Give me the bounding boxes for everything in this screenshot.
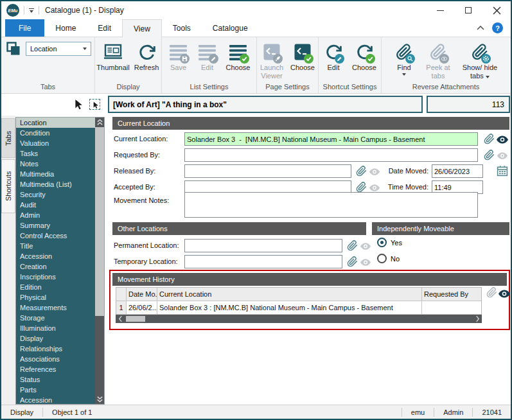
- chevron-down-icon: [83, 48, 87, 50]
- attach-button[interactable]: [486, 286, 497, 298]
- sidebar-tab-item[interactable]: Multimedia (List): [16, 179, 95, 189]
- select-tool-button[interactable]: [89, 99, 100, 110]
- column-header-current-location[interactable]: Current Location: [157, 288, 422, 301]
- sidebar-tab-item[interactable]: Physical: [16, 292, 95, 302]
- column-header-rownum[interactable]: [116, 288, 127, 301]
- attach-button[interactable]: [346, 256, 358, 267]
- sidebar-tab-item[interactable]: Audit: [16, 200, 95, 210]
- sidebar-tab-item-label: Edition: [20, 283, 42, 291]
- attach-button[interactable]: [483, 149, 495, 161]
- sidebar-tab-item[interactable]: Associations: [16, 354, 95, 364]
- scroll-down-button[interactable]: [95, 394, 104, 404]
- movement-notes-field[interactable]: [184, 192, 478, 218]
- released-by-field[interactable]: [184, 164, 351, 178]
- menu-tab-home[interactable]: Home: [44, 19, 87, 37]
- view-attachment-button[interactable]: [360, 256, 371, 268]
- shortcut-edit-button[interactable]: Edit: [319, 40, 348, 72]
- body: Tabs Shortcuts LocationConditionValuatio…: [1, 116, 511, 405]
- sidebar-tab-item[interactable]: Notes: [16, 159, 95, 169]
- scroll-up-button[interactable]: [95, 118, 104, 127]
- sidebar-tab-item[interactable]: Summary: [16, 220, 95, 231]
- sidebar-tab-item[interactable]: Valuation: [16, 138, 95, 148]
- sidebar-tab-item[interactable]: References: [16, 364, 95, 374]
- requested-by-field[interactable]: [184, 148, 478, 162]
- sidebar-tab-item[interactable]: Title: [16, 241, 95, 251]
- collapse-ribbon-button[interactable]: [477, 26, 484, 30]
- menu-tab-view[interactable]: View: [122, 19, 162, 37]
- sidebar-tab-item[interactable]: Illumination: [16, 323, 95, 333]
- sidebar-tab-item[interactable]: Status: [16, 374, 95, 385]
- sidebar-tab-item[interactable]: Tasks: [16, 148, 95, 159]
- tab-list-scrollbar[interactable]: [95, 118, 104, 404]
- view-attachment-button[interactable]: [497, 134, 508, 145]
- page-choose-button[interactable]: Choose: [287, 40, 318, 80]
- sidebar-tab-item[interactable]: Accession: [16, 251, 95, 261]
- radio-no[interactable]: [377, 254, 387, 263]
- date-moved-field[interactable]: [432, 164, 483, 178]
- hscrollbar-thumb[interactable]: [126, 316, 145, 322]
- sidebar-tab-item[interactable]: Condition: [16, 128, 95, 138]
- scrollbar-track[interactable]: [95, 316, 104, 394]
- column-header-date-moved[interactable]: Date Mo...: [127, 288, 157, 301]
- sidebar-tab-item[interactable]: Edition: [16, 282, 95, 292]
- sidebar-tab-item[interactable]: Measurements: [16, 302, 95, 313]
- movement-history-row[interactable]: 1 26/06/2... Solander Box 3 : [NM.MC.B] …: [116, 301, 481, 315]
- sidebar-tab-item[interactable]: Parts: [16, 385, 95, 395]
- shortcut-choose-button[interactable]: Choose: [348, 40, 380, 72]
- sidebar-tab-item[interactable]: Storage: [16, 313, 95, 323]
- tab-select-dropdown[interactable]: Location: [26, 42, 91, 56]
- movement-history-hscrollbar[interactable]: [116, 315, 482, 323]
- cursor-arrow-icon: [74, 99, 84, 110]
- side-tab-shortcuts[interactable]: Shortcuts: [1, 159, 15, 213]
- hscroll-right-button[interactable]: [473, 315, 482, 323]
- help-button[interactable]: ?: [492, 22, 503, 33]
- menu-tab-tools[interactable]: Tools: [162, 19, 202, 37]
- view-attachment-button[interactable]: [497, 150, 508, 161]
- column-header-requested-by[interactable]: Requested By: [422, 288, 481, 301]
- view-attachment-button[interactable]: [360, 240, 371, 252]
- pointer-tool-button[interactable]: [73, 99, 85, 110]
- current-location-field[interactable]: [184, 132, 478, 146]
- independently-moveable-no-option[interactable]: No: [377, 254, 400, 263]
- close-button[interactable]: [482, 1, 511, 19]
- view-attachment-button[interactable]: [499, 288, 510, 299]
- sidebar-tab-item[interactable]: Display: [16, 333, 95, 344]
- list-edit-button[interactable]: Edit: [193, 40, 222, 72]
- side-tab-tabs[interactable]: Tabs: [1, 118, 15, 158]
- record-header-row: [Work of Art] "A thing in a box" 113: [1, 94, 511, 116]
- permanent-location-field[interactable]: [184, 239, 342, 252]
- launch-viewer-button[interactable]: Launch Viewer: [257, 40, 287, 80]
- sidebar-tab-item[interactable]: Admin: [16, 210, 95, 220]
- menu-tab-edit[interactable]: Edit: [87, 19, 122, 37]
- radio-yes[interactable]: [377, 238, 387, 247]
- attach-button[interactable]: [483, 133, 495, 144]
- temporary-location-field[interactable]: [184, 255, 342, 268]
- sidebar-tab-item[interactable]: Control Access: [16, 231, 95, 241]
- sidebar-tab-item[interactable]: Location: [16, 118, 95, 128]
- sidebar-tab-item-label: Location: [20, 119, 47, 127]
- list-choose-button[interactable]: Choose: [222, 40, 254, 72]
- peek-at-tabs-button[interactable]: Peek at tabs: [419, 40, 457, 80]
- sidebar-tab-item[interactable]: Multimedia: [16, 169, 95, 179]
- sidebar-tab-item[interactable]: Inscriptions: [16, 272, 95, 282]
- sidebar-tab-item[interactable]: Relationships: [16, 344, 95, 354]
- thumbnail-button[interactable]: Thumbnail: [95, 40, 131, 72]
- minimize-button[interactable]: [426, 1, 454, 19]
- list-save-button[interactable]: Save: [164, 40, 193, 72]
- menu-tab-catalogue[interactable]: Catalogue: [202, 19, 259, 37]
- sidebar-tab-item[interactable]: Creation: [16, 261, 95, 272]
- sidebar-tab-item[interactable]: Security: [16, 189, 95, 200]
- find-button[interactable]: Find: [390, 40, 418, 80]
- maximize-button[interactable]: [454, 1, 482, 19]
- hscroll-left-button[interactable]: [116, 315, 125, 323]
- refresh-button[interactable]: Refresh: [132, 40, 161, 72]
- sidebar-tab-item[interactable]: Accession: [16, 395, 95, 404]
- scrollbar-thumb[interactable]: [95, 127, 104, 316]
- quick-access-dropdown-button[interactable]: [29, 8, 34, 13]
- independently-moveable-yes-option[interactable]: Yes: [377, 238, 402, 247]
- show-hide-tabs-button[interactable]: Show/ hide tabs: [458, 40, 502, 80]
- attach-button[interactable]: [346, 240, 358, 251]
- menu-tab-file[interactable]: File: [5, 19, 44, 37]
- calendar-button[interactable]: [497, 165, 508, 177]
- ribbon-group-label-page-settings: Page Settings: [257, 82, 318, 93]
